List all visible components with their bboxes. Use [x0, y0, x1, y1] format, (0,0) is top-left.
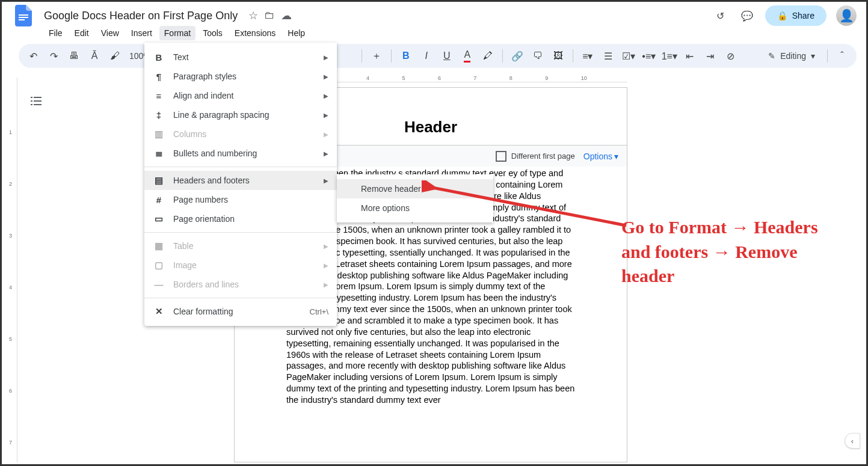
menu-edit[interactable]: Edit	[70, 26, 94, 40]
font-size-plus[interactable]: ＋	[368, 48, 385, 64]
history-icon[interactable]: ↺	[712, 7, 729, 24]
format-item-image: ▢Image▶	[144, 256, 337, 275]
menu-item-label: Line & paragraph spacing	[173, 110, 269, 120]
submenu-item-remove-header[interactable]: Remove header	[337, 179, 493, 198]
menu-item-icon: ▤	[153, 175, 165, 186]
submenu-arrow-icon: ▶	[324, 177, 328, 184]
clear-format-button[interactable]: ⊘	[722, 48, 739, 64]
paint-format-button[interactable]: 🖌	[106, 48, 123, 64]
pencil-icon: ✎	[768, 51, 775, 61]
menu-item-label: Clear formatting	[173, 307, 233, 316]
menu-shortcut: Ctrl+\	[310, 307, 328, 316]
menu-item-label: Align and indent	[173, 91, 233, 100]
menu-item-icon: ▦	[153, 241, 165, 251]
move-icon[interactable]: 🗀	[264, 9, 275, 22]
menu-help[interactable]: Help	[283, 26, 310, 40]
menu-item-icon: ✕	[153, 306, 165, 317]
svg-rect-1	[19, 17, 28, 18]
align-button[interactable]: ≡▾	[579, 48, 596, 64]
svg-rect-0	[19, 14, 28, 16]
cloud-icon[interactable]: ☁	[281, 9, 292, 22]
submenu-arrow-icon: ▶	[324, 262, 328, 269]
comments-icon[interactable]: 💬	[739, 7, 756, 24]
format-item-table: ▦Table▶	[144, 236, 337, 256]
format-item-clear-formatting[interactable]: ✕Clear formattingCtrl+\	[144, 302, 337, 321]
menu-view[interactable]: View	[96, 26, 124, 40]
checklist-button[interactable]: ☑▾	[620, 48, 637, 64]
svg-rect-2	[19, 19, 25, 20]
menu-item-icon: ‡	[153, 110, 165, 120]
bulleted-list-button[interactable]: •≡▾	[641, 48, 657, 64]
increase-indent-button[interactable]: ⇥	[702, 48, 719, 64]
menu-item-icon: #	[153, 195, 165, 205]
submenu-arrow-icon: ▶	[324, 54, 328, 61]
italic-button[interactable]: I	[418, 48, 435, 64]
submenu-arrow-icon: ▶	[324, 112, 328, 118]
menu-item-label: Table	[173, 241, 193, 251]
decrease-indent-button[interactable]: ⇤	[682, 48, 698, 64]
undo-button[interactable]: ↶	[25, 48, 42, 64]
format-item-text[interactable]: BText▶	[144, 48, 337, 67]
submenu-arrow-icon: ▶	[324, 243, 328, 250]
share-label: Share	[792, 11, 814, 20]
numbered-list-button[interactable]: 1≡▾	[661, 48, 678, 64]
print-button[interactable]: 🖶	[66, 48, 82, 64]
format-item-align-and-indent[interactable]: ≡Align and indent▶	[144, 86, 337, 105]
highlight-button[interactable]: 🖍	[479, 48, 496, 64]
menu-item-icon: B	[153, 52, 165, 63]
vertical-ruler[interactable]: 1234567	[8, 78, 17, 462]
format-dropdown: BText▶¶Paragraph styles▶≡Align and inden…	[144, 43, 337, 326]
show-side-panel-button[interactable]: ‹	[845, 433, 860, 449]
submenu-arrow-icon: ▶	[324, 93, 328, 99]
format-item-bullets-and-numbering[interactable]: ≣Bullets and numbering▶	[144, 144, 337, 163]
menu-item-icon: —	[153, 280, 165, 290]
options-label: Options	[583, 152, 612, 161]
menu-item-label: Headers and footers	[173, 176, 250, 185]
svg-rect-8	[34, 104, 42, 105]
editing-mode-button[interactable]: ✎ Editing ▾	[762, 49, 821, 63]
docs-logo[interactable]	[11, 4, 35, 28]
menu-item-label: Text	[173, 52, 189, 62]
underline-button[interactable]: U	[439, 48, 455, 64]
format-item-line-paragraph-spacing[interactable]: ‡Line & paragraph spacing▶	[144, 105, 337, 124]
chevron-down-icon: ▾	[614, 152, 618, 161]
spellcheck-button[interactable]: Ă	[86, 48, 103, 64]
menu-item-label: Bullets and numbering	[173, 149, 257, 158]
document-title[interactable]: Google Docs Header on First Page Only	[40, 8, 241, 23]
format-item-paragraph-styles[interactable]: ¶Paragraph styles▶	[144, 67, 337, 86]
headers-footers-submenu: Remove headerMore options	[337, 174, 493, 222]
annotation-text: Go to Format → Headers and footers → Rem…	[621, 215, 850, 289]
menu-format[interactable]: Format	[159, 26, 195, 40]
header-options-dropdown[interactable]: Options ▾	[583, 152, 618, 161]
share-button[interactable]: 🔒 Share	[765, 5, 826, 26]
menu-item-label: Columns	[173, 129, 206, 139]
insert-image-button[interactable]: 🖼	[550, 48, 567, 64]
format-item-page-numbers[interactable]: #Page numbers	[144, 190, 337, 209]
submenu-arrow-icon: ▶	[324, 73, 328, 80]
format-item-headers-and-footers[interactable]: ▤Headers and footers▶	[144, 171, 337, 190]
collapse-toolbar-button[interactable]: ˆ	[834, 48, 851, 64]
menu-file[interactable]: File	[44, 26, 67, 40]
redo-button[interactable]: ↷	[45, 48, 62, 64]
star-icon[interactable]: ☆	[248, 9, 258, 22]
bold-button[interactable]: B	[398, 48, 414, 64]
different-first-page-checkbox[interactable]	[496, 151, 506, 162]
svg-rect-5	[31, 100, 32, 102]
insert-comment-button[interactable]: 🗨	[529, 48, 546, 64]
submenu-arrow-icon: ▶	[324, 150, 328, 157]
format-item-borders-and-lines: —Borders and lines▶	[144, 275, 337, 294]
insert-link-button[interactable]: 🔗	[509, 48, 526, 64]
submenu-item-more-options[interactable]: More options	[337, 198, 493, 218]
menu-extensions[interactable]: Extensions	[230, 26, 280, 40]
outline-button[interactable]	[27, 92, 45, 110]
menu-tools[interactable]: Tools	[198, 26, 227, 40]
menu-item-icon: ¶	[153, 72, 165, 82]
menu-item-icon: ▭	[153, 213, 165, 224]
avatar[interactable]: 👤	[836, 5, 857, 26]
line-spacing-button[interactable]: ☰	[600, 48, 617, 64]
format-item-page-orientation[interactable]: ▭Page orientation	[144, 209, 337, 228]
menu-insert[interactable]: Insert	[126, 26, 157, 40]
svg-rect-3	[31, 97, 32, 98]
text-color-button[interactable]: A	[459, 48, 476, 64]
menu-item-icon: ≡	[153, 91, 165, 101]
